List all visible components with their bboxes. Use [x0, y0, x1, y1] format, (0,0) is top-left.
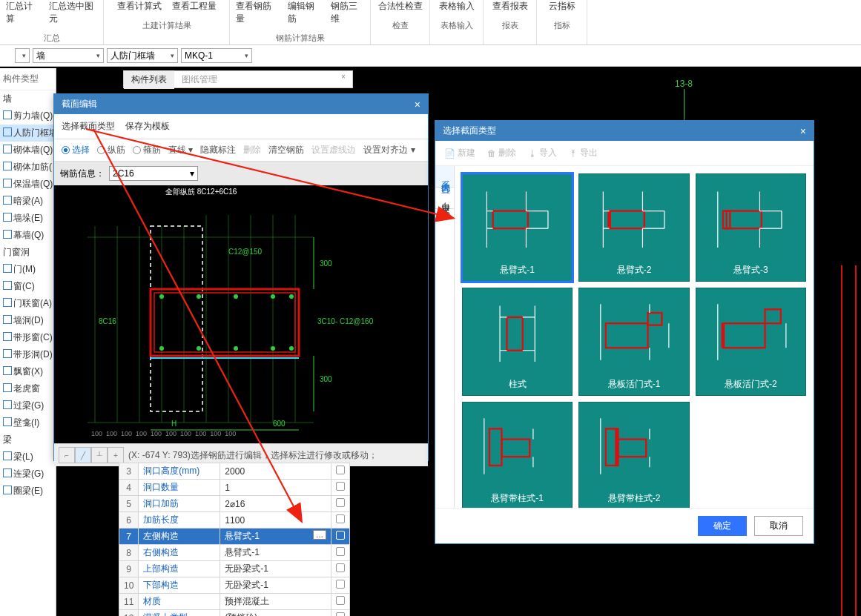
tile-cantilever-col-1[interactable]: 悬臂带柱式-1: [462, 402, 573, 508]
section-edit-close-icon[interactable]: ×: [415, 99, 420, 110]
ribbon-btn-edit-rebar[interactable]: 编辑钢筋: [288, 0, 321, 25]
btn-new[interactable]: 📄 新建: [444, 147, 475, 159]
prop-check-4[interactable]: [336, 482, 345, 491]
prop-check-12[interactable]: [336, 612, 345, 616]
prop-ellipsis-button[interactable]: …: [313, 530, 326, 540]
group-wall[interactable]: 墙: [0, 90, 56, 107]
prop-check-8[interactable]: [336, 547, 345, 556]
menu-save-template[interactable]: 保存为模板: [125, 120, 170, 133]
dropdown-subcategory[interactable]: 人防门框墙▾: [107, 48, 178, 63]
prop-row-8[interactable]: 8右侧构造悬臂式-1: [119, 545, 350, 561]
opt-align[interactable]: 设置对齐边 ▾: [363, 144, 415, 156]
prop-check-10[interactable]: [336, 580, 345, 589]
select-type-footer: 确定 取消: [435, 508, 814, 543]
tile-column[interactable]: 柱式: [462, 288, 573, 396]
tree-item-masonry-wall[interactable]: 砌体墙(Q): [0, 142, 56, 159]
tile-cantilever-3[interactable]: 悬臂式-3: [696, 173, 806, 282]
prop-check-11[interactable]: [336, 596, 345, 605]
tree-item-bay-window[interactable]: 飘窗(X): [0, 363, 56, 380]
opt-stirrup[interactable]: 箍筋: [133, 144, 161, 156]
group-beam[interactable]: 梁: [0, 431, 56, 448]
menu-select-section-type[interactable]: 选择截面类型: [62, 120, 115, 133]
tree-item-hidden-beam[interactable]: 暗梁(A): [0, 193, 56, 210]
prop-check-9[interactable]: [336, 563, 345, 572]
tree-item-wall-hole[interactable]: 墙洞(D): [0, 312, 56, 329]
ribbon-btn-rebar-3d[interactable]: 钢筋三维: [331, 0, 364, 25]
ribbon-btn-view-formula[interactable]: 查看计算式: [117, 0, 162, 13]
tree-item-insulation-wall[interactable]: 保温墙(Q): [0, 176, 56, 193]
tree-item-lintel[interactable]: 过梁(G): [0, 397, 56, 414]
dropdown-unknown[interactable]: ▾: [15, 48, 30, 63]
prop-row-10[interactable]: 10下部构造无卧梁式-1: [119, 577, 350, 594]
vtab-custom[interactable]: 自定义库: [435, 188, 454, 209]
prop-row-4[interactable]: 4洞口数量1: [119, 480, 350, 496]
opt-longitudinal[interactable]: 纵筋: [97, 144, 125, 156]
tree-item-door-window[interactable]: 门联窗(A): [0, 295, 56, 312]
prop-row-11[interactable]: 11材质预拌混凝土: [119, 594, 350, 610]
prop-check-7[interactable]: [336, 531, 345, 540]
tab-drawing-mgmt[interactable]: 图纸管理: [174, 70, 225, 89]
tree-item-defense-door-frame[interactable]: 人防门框墙: [0, 125, 56, 142]
tree-item-dormer[interactable]: 老虎窗: [0, 380, 56, 397]
rebar-info-combo[interactable]: 2C16▾: [109, 166, 198, 181]
prop-row-6[interactable]: 6加筋长度1100: [119, 512, 350, 529]
select-section-type-dialog: 选择截面类型 × 📄 新建 🗑 删除 ⭳ 导入 ⭱ 导出 系统内置 自定义库 悬…: [435, 120, 814, 544]
ribbon-btn-cloud-index[interactable]: 云指标: [549, 0, 575, 13]
ribbon-btn-calc-selected[interactable]: 汇总选中图元: [49, 0, 97, 25]
status-icon-3[interactable]: ┴: [91, 447, 108, 463]
tile-cantilever-1[interactable]: 悬臂式-1: [462, 173, 573, 282]
btn-import[interactable]: ⭳ 导入: [528, 147, 557, 159]
tile-panel-door-1[interactable]: 悬板活门式-1: [578, 288, 689, 396]
opt-select[interactable]: 选择: [62, 144, 90, 156]
opt-hide[interactable]: 隐藏标注: [200, 144, 236, 156]
ribbon-btn-calc-total[interactable]: 汇总计算: [6, 0, 39, 25]
opt-clear[interactable]: 清空钢筋: [268, 144, 304, 156]
select-type-title-bar: 选择截面类型 ×: [435, 121, 814, 141]
tree-item-shearwall[interactable]: 剪力墙(Q): [0, 107, 56, 125]
vtab-system[interactable]: 系统内置: [435, 166, 454, 188]
select-type-close-icon[interactable]: ×: [800, 125, 806, 137]
prop-row-12[interactable]: 12混凝土类型(预拌砼): [119, 610, 350, 617]
btn-delete[interactable]: 🗑 删除: [487, 147, 516, 159]
dropdown-category[interactable]: 墙▾: [33, 48, 104, 63]
status-icon-4[interactable]: +: [108, 447, 124, 463]
tree-item-strip-window[interactable]: 带形窗(C): [0, 329, 56, 346]
prop-check-6[interactable]: [336, 514, 345, 523]
prop-row-3[interactable]: 3洞口高度(mm)2000: [119, 463, 350, 480]
ribbon-btn-view-qty[interactable]: 查看工程量: [172, 0, 217, 13]
tab-component-list[interactable]: 构件列表: [124, 70, 174, 89]
ok-button[interactable]: 确定: [698, 516, 747, 536]
ribbon-btn-table-input[interactable]: 表格输入: [439, 0, 475, 13]
group-opening[interactable]: 门窗洞: [0, 244, 56, 261]
tile-panel-door-2[interactable]: 悬板活门式-2: [696, 288, 806, 396]
tile-cantilever-col-2[interactable]: 悬臂带柱式-2: [578, 402, 689, 508]
svg-rect-34: [507, 317, 523, 351]
tree-item-strip-hole[interactable]: 带形洞(D): [0, 346, 56, 363]
tree-item-masonry-reinf[interactable]: 砌体加筋(: [0, 159, 56, 176]
prop-row-9[interactable]: 9上部构造无卧梁式-1: [119, 561, 350, 577]
dropdown-component[interactable]: MKQ-1▾: [181, 48, 252, 63]
tree-item-window[interactable]: 窗(C): [0, 278, 56, 295]
tree-item-door[interactable]: 门(M): [0, 261, 56, 278]
panel-close[interactable]: ×: [341, 73, 346, 81]
tree-item-coupling-beam[interactable]: 连梁(G): [0, 466, 56, 483]
status-icon-2[interactable]: ╱: [75, 447, 91, 463]
opt-line[interactable]: 直线 ▾: [168, 144, 193, 156]
prop-row-7-selected[interactable]: 7左侧构造悬臂式-1…: [119, 529, 350, 545]
tree-item-ring-beam[interactable]: 圈梁(E): [0, 483, 56, 500]
btn-export[interactable]: ⭱ 导出: [569, 147, 598, 159]
cancel-button[interactable]: 取消: [754, 516, 803, 536]
ribbon-btn-legality[interactable]: 合法性检查: [378, 0, 423, 13]
section-canvas[interactable]: 全部纵筋 8C12+6C16: [54, 185, 428, 443]
tile-cantilever-2[interactable]: 悬臂式-2: [578, 173, 689, 282]
prop-row-5[interactable]: 5洞口加筋2⌀16: [119, 496, 350, 512]
prop-check-3[interactable]: [336, 466, 345, 474]
prop-check-5[interactable]: [336, 498, 345, 507]
tree-item-curtain-wall[interactable]: 幕墙(Q): [0, 227, 56, 244]
tree-item-beam[interactable]: 梁(L): [0, 448, 56, 466]
status-icon-1[interactable]: ⌐: [59, 447, 75, 463]
tree-item-niche[interactable]: 壁龛(I): [0, 414, 56, 431]
ribbon-btn-view-rebar[interactable]: 查看钢筋量: [236, 0, 277, 25]
tree-item-pilaster[interactable]: 墙垛(E): [0, 210, 56, 227]
ribbon-btn-view-report[interactable]: 查看报表: [492, 0, 528, 13]
